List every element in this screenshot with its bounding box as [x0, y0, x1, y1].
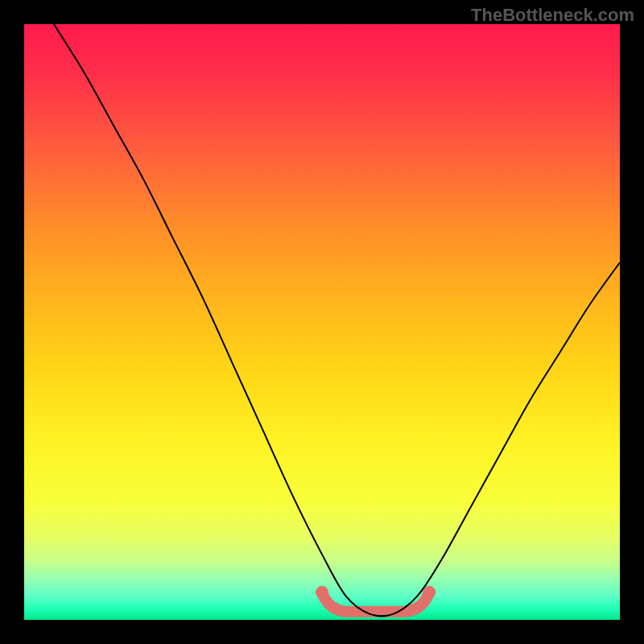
curve-layer	[24, 24, 620, 620]
valley-marker	[322, 592, 429, 612]
plot-area	[24, 24, 620, 620]
watermark-label: TheBottleneck.com	[471, 5, 634, 26]
bottleneck-curve	[24, 24, 620, 616]
valley-marker-endpoint-left	[316, 586, 328, 599]
chart-frame: TheBottleneck.com	[0, 0, 644, 644]
valley-marker-endpoint-right	[423, 586, 436, 599]
